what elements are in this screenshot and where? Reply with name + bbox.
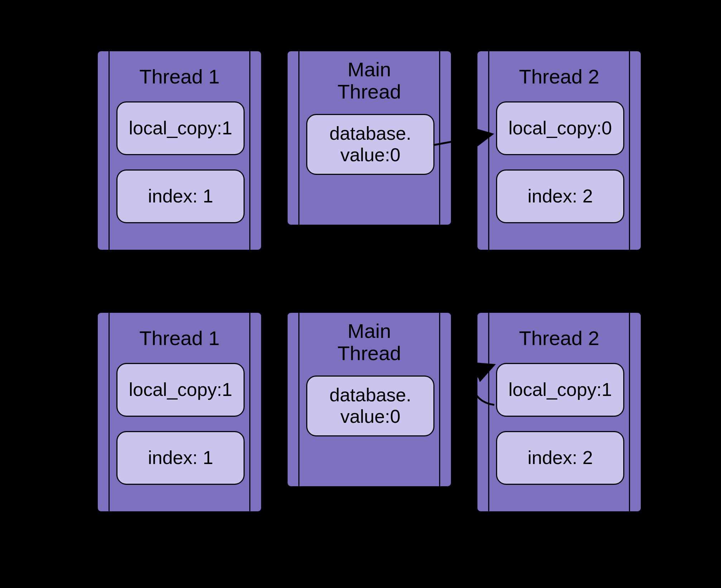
thread1-index-row1: index: 1 <box>116 169 245 223</box>
thread1-title-row1: Thread 1 <box>98 66 261 88</box>
thread2-index-row2: index: 2 <box>496 431 624 485</box>
thread2-localcopy-row2: local_copy:1 <box>496 363 624 417</box>
thread2-index-row1: index: 2 <box>496 169 624 223</box>
thread1-localcopy-row1: local_copy:1 <box>116 101 245 155</box>
thread2-title-row1: Thread 2 <box>477 66 641 88</box>
main-db-row1: database. value:0 <box>306 114 434 175</box>
main-box-row2: Main Thread database. value:0 <box>287 312 452 487</box>
main-box-row1: Main Thread database. value:0 <box>287 50 452 226</box>
thread1-title-row2: Thread 1 <box>98 327 261 349</box>
main-title-row1: Main Thread <box>288 58 451 102</box>
main-db-row2: database. value:0 <box>306 376 434 436</box>
thread1-index-row2: index: 1 <box>116 431 245 485</box>
thread2-localcopy-row1: local_copy:0 <box>496 101 624 155</box>
thread2-title-row2: Thread 2 <box>477 327 641 349</box>
diagram-canvas: Thread 1 local_copy:1 index: 1 Main Thre… <box>0 0 721 588</box>
thread1-box-row1: Thread 1 local_copy:1 index: 1 <box>97 50 262 251</box>
thread1-box-row2: Thread 1 local_copy:1 index: 1 <box>97 312 262 512</box>
main-title-row2: Main Thread <box>288 320 451 364</box>
thread2-box-row1: Thread 2 local_copy:0 index: 2 <box>476 50 642 251</box>
thread2-box-row2: Thread 2 local_copy:1 index: 2 <box>476 312 642 512</box>
thread1-localcopy-row2: local_copy:1 <box>116 363 245 417</box>
